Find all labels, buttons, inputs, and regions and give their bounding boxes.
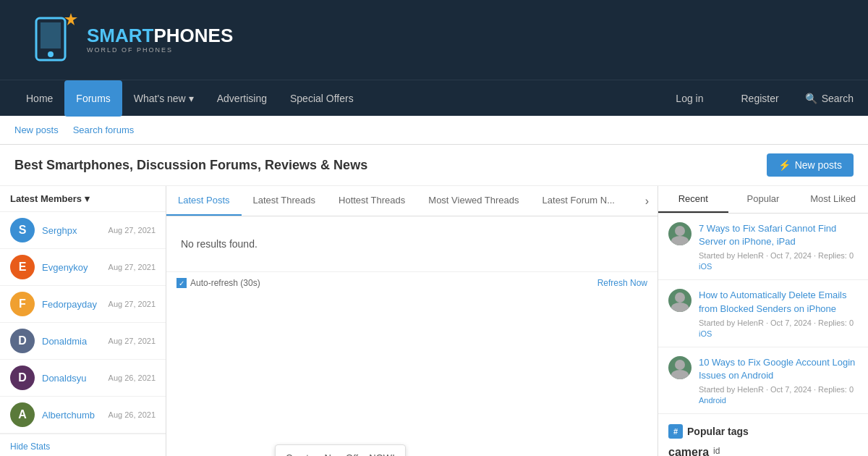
thread-tag[interactable]: iOS <box>699 262 858 271</box>
hide-stats-button[interactable]: Hide Stats <box>0 434 166 456</box>
avatar <box>668 289 692 312</box>
logo-text: SMARTPHONES <box>87 26 233 45</box>
thread-item: 7 Ways to Fix Safari Cannot Find Server … <box>658 214 868 280</box>
left-panel: Latest Members ▾ S Serghpx Aug 27, 2021 … <box>0 186 166 456</box>
member-name[interactable]: Albertchumb <box>42 410 101 421</box>
thread-title[interactable]: How to Automatically Delete Emails from … <box>699 289 858 315</box>
main-content: Latest Members ▾ S Serghpx Aug 27, 2021 … <box>0 186 868 456</box>
avatar <box>668 356 692 379</box>
center-panel: Latest Posts Latest Threads Hottest Thre… <box>166 186 658 456</box>
svg-point-2 <box>48 51 54 57</box>
member-date: Aug 26, 2021 <box>109 410 156 419</box>
nav-special-offers[interactable]: Special Offers <box>278 80 365 117</box>
bottom-bar: ✓ Auto-refresh (30s) Refresh Now <box>166 271 658 294</box>
page-title: Best Smartphones, Discussion Forums, Rev… <box>14 158 367 173</box>
tab-latest-posts[interactable]: Latest Posts <box>166 186 242 216</box>
sub-nav-search-forums[interactable]: Search forums <box>73 124 135 135</box>
list-item: F Fedorpayday Aug 27, 2021 <box>0 286 166 323</box>
sub-nav: New posts Search forums <box>0 116 868 145</box>
list-item: E Evgenykoy Aug 27, 2021 <box>0 249 166 286</box>
thread-title[interactable]: 10 Ways to Fix Google Account Login Issu… <box>699 356 858 382</box>
thread-meta: Started by HelenR · Oct 7, 2024 · Replie… <box>699 318 858 327</box>
nav-home[interactable]: Home <box>14 80 64 117</box>
auto-refresh-checkbox[interactable]: ✓ <box>176 278 187 288</box>
thread-item: How to Automatically Delete Emails from … <box>658 280 868 347</box>
logo-sub: WORLD OF PHONES <box>87 46 233 54</box>
lightning-icon: ⚡ <box>778 159 791 171</box>
avatar: A <box>10 402 35 427</box>
avatar: S <box>10 218 35 242</box>
dropdown-icon: ▾ <box>85 193 90 204</box>
right-tab-most-liked[interactable]: Most Liked <box>798 186 868 213</box>
tab-hottest-threads[interactable]: Hottest Threads <box>327 186 417 216</box>
main-nav: Home Forums What's new ▾ Advertising Spe… <box>0 80 868 116</box>
logo[interactable]: SMARTPHONES WORLD OF PHONES <box>14 7 233 72</box>
nav-advertising[interactable]: Advertising <box>205 80 278 117</box>
create-offer-tooltip: Create a New Offer NOW! <box>275 444 406 456</box>
refresh-now-button[interactable]: Refresh Now <box>597 278 647 288</box>
tag-camera[interactable]: camera <box>668 446 709 456</box>
top-nav: SMARTPHONES WORLD OF PHONES <box>0 0 868 80</box>
nav-right: Log in Register 🔍 Search <box>664 80 854 117</box>
thread-content: 7 Ways to Fix Safari Cannot Find Server … <box>699 222 858 271</box>
search-icon: 🔍 <box>805 93 817 104</box>
avatar: F <box>10 292 35 316</box>
right-tabs: Recent Popular Most Liked <box>658 186 868 214</box>
avatar <box>668 222 692 245</box>
tab-most-viewed[interactable]: Most Viewed Threads <box>417 186 530 216</box>
list-item: S Serghpx Aug 27, 2021 <box>0 212 166 249</box>
thread-content: 10 Ways to Fix Google Account Login Issu… <box>699 356 858 405</box>
auto-refresh[interactable]: ✓ Auto-refresh (30s) <box>176 278 260 288</box>
member-name[interactable]: Donaldsyu <box>42 373 101 384</box>
avatar: D <box>10 366 35 390</box>
tags-cloud: camera id <box>668 446 858 456</box>
tab-next-arrow[interactable]: › <box>637 187 658 215</box>
no-results-message: No results found. <box>166 216 658 271</box>
svg-point-4 <box>675 226 685 236</box>
nav-forums[interactable]: Forums <box>64 80 122 117</box>
member-name[interactable]: Donaldmia <box>42 336 101 347</box>
nav-whats-new[interactable]: What's new ▾ <box>122 80 205 117</box>
svg-rect-1 <box>41 22 61 48</box>
tab-latest-forum[interactable]: Latest Forum N... <box>531 186 626 216</box>
tabs-bar: Latest Posts Latest Threads Hottest Thre… <box>166 186 658 216</box>
member-name[interactable]: Evgenykoy <box>42 262 101 273</box>
member-date: Aug 27, 2021 <box>109 300 156 308</box>
svg-point-6 <box>675 292 685 303</box>
list-item: A Albertchumb Aug 26, 2021 <box>0 397 166 434</box>
member-name[interactable]: Fedorpayday <box>42 299 101 310</box>
new-posts-button[interactable]: ⚡ New posts <box>767 153 854 177</box>
chevron-down-icon: ▾ <box>189 93 194 104</box>
right-tab-recent[interactable]: Recent <box>658 186 728 213</box>
avatar: E <box>10 255 35 279</box>
svg-marker-3 <box>64 13 77 25</box>
sub-nav-new-posts[interactable]: New posts <box>14 124 59 135</box>
member-date: Aug 27, 2021 <box>109 226 156 235</box>
thread-title[interactable]: 7 Ways to Fix Safari Cannot Find Server … <box>699 222 858 248</box>
member-date: Aug 27, 2021 <box>109 263 156 271</box>
right-tab-popular[interactable]: Popular <box>728 186 799 213</box>
right-panel: Recent Popular Most Liked 7 Ways to Fix … <box>658 186 868 456</box>
tag-id[interactable]: id <box>713 446 720 456</box>
nav-register[interactable]: Register <box>730 80 791 117</box>
thread-tag[interactable]: iOS <box>699 329 858 338</box>
member-date: Aug 27, 2021 <box>109 337 156 345</box>
nav-whats-new-label: What's new ▾ <box>134 93 194 104</box>
avatar: D <box>10 329 35 353</box>
list-item: D Donaldsyu Aug 26, 2021 <box>0 360 166 397</box>
thread-tag[interactable]: Android <box>699 396 858 405</box>
tag-icon: # <box>668 424 683 439</box>
member-name[interactable]: Serghpx <box>42 225 101 236</box>
latest-members-header[interactable]: Latest Members ▾ <box>0 186 166 212</box>
nav-login[interactable]: Log in <box>664 80 715 117</box>
popular-tags-header: # Popular tags <box>668 424 858 439</box>
nav-search[interactable]: 🔍 Search <box>805 93 854 104</box>
list-item: D Donaldmia Aug 27, 2021 <box>0 323 166 360</box>
page-header: Best Smartphones, Discussion Forums, Rev… <box>0 145 868 186</box>
thread-meta: Started by HelenR · Oct 7, 2024 · Replie… <box>699 385 858 394</box>
svg-point-5 <box>671 236 689 245</box>
tab-latest-threads[interactable]: Latest Threads <box>242 186 327 216</box>
svg-point-7 <box>671 303 689 312</box>
member-date: Aug 26, 2021 <box>109 373 156 382</box>
logo-svg <box>14 7 94 72</box>
